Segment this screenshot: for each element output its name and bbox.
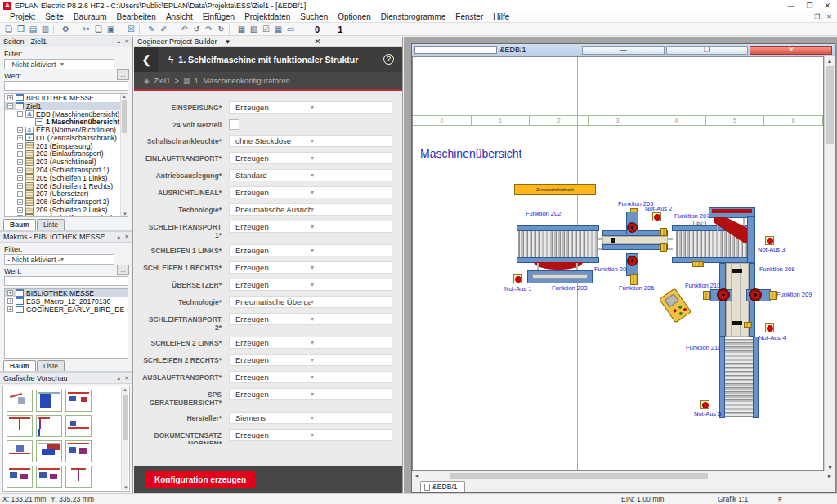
cut-icon[interactable]: ✂ — [80, 24, 92, 35]
expand-toggle-icon[interactable]: − — [7, 103, 13, 109]
tab-liste[interactable]: Liste — [37, 360, 65, 371]
drawing-canvas[interactable]: 0123456 Maschinenübersicht Zentralschalt… — [412, 56, 824, 471]
expand-toggle-icon[interactable]: + — [7, 298, 13, 304]
field-select[interactable]: Pneumatische Übergabe▾ — [229, 296, 392, 308]
menu-item[interactable]: Bauraum — [69, 12, 112, 21]
tree-item[interactable]: + BIBLIOTHEK MESSE — [5, 94, 128, 102]
child-restore-icon[interactable]: ❐ — [666, 46, 749, 55]
filter-select[interactable]: - Nicht aktiviert -▼ — [4, 59, 114, 69]
preview-thumbnail[interactable] — [65, 466, 92, 488]
field-select[interactable]: Erzeugen▾ — [229, 101, 392, 114]
restore-icon[interactable]: ❐ — [806, 2, 812, 10]
page-properties-icon[interactable]: ▤ — [27, 24, 39, 35]
copy-icon[interactable]: ❑ — [92, 24, 105, 35]
help-icon[interactable]: ? — [383, 54, 394, 65]
breadcrumb-page[interactable]: 1. Maschinenkonfiguratoren — [195, 76, 290, 85]
tree-item[interactable]: + BIBLIOTHEK MESSE — [5, 289, 128, 297]
mdi-close-icon[interactable]: ✕ — [826, 13, 832, 20]
tree-item[interactable]: + ESS_Macro_12_20170130 — [5, 297, 128, 306]
menu-item[interactable]: Optionen — [333, 12, 376, 21]
unglue-icon[interactable]: ✐ — [158, 24, 170, 35]
expand-toggle-icon[interactable]: + — [17, 207, 23, 213]
close-icon[interactable]: ✕ — [824, 2, 830, 10]
pin-icon[interactable]: ▴ — [118, 234, 121, 240]
preview-thumbnail[interactable] — [36, 466, 62, 488]
expand-toggle-icon[interactable]: − — [17, 111, 23, 117]
field-select[interactable]: Erzeugen▾ — [229, 337, 392, 349]
field-select[interactable]: Siemens▾ — [229, 412, 392, 424]
tab-baum[interactable]: Baum — [3, 360, 36, 371]
preview-thumbnail[interactable] — [36, 440, 62, 462]
field-select[interactable]: Erzeugen▾ — [229, 388, 392, 400]
redo-icon[interactable]: ↷ — [203, 24, 215, 35]
tree-item[interactable]: + 208 (Schleiftransport 2) — [5, 198, 128, 206]
expand-toggle-icon[interactable]: + — [17, 135, 23, 140]
panel-close-icon[interactable]: ✕ — [315, 38, 399, 46]
expand-toggle-icon[interactable]: + — [7, 290, 13, 296]
tree-scrollbar[interactable]: ▲▼ — [120, 94, 128, 216]
expand-toggle-icon[interactable]: + — [17, 183, 23, 189]
tree-item[interactable]: + 207 (Übersetzer) — [5, 190, 128, 198]
field-select[interactable]: Erzeugen▾ — [229, 371, 392, 383]
tab-liste[interactable]: Liste — [37, 219, 65, 230]
preview-thumbnail[interactable] — [7, 440, 33, 462]
print-icon[interactable]: ▥ — [39, 24, 51, 35]
field-select[interactable]: Erzeugen▾ — [229, 152, 392, 164]
scroll-left-icon[interactable]: ◄ — [412, 473, 422, 479]
monitor-icon[interactable]: ▭ — [284, 24, 297, 35]
wert-input[interactable] — [4, 81, 128, 91]
preview-scrollbar[interactable]: ▲▼ — [121, 387, 128, 490]
field-select[interactable]: Erzeugen▾ — [229, 221, 392, 233]
horizontal-scrollbar[interactable]: ◄ ► — [412, 471, 835, 480]
mdi-minimize-icon[interactable]: _ — [804, 13, 808, 20]
insert-window-macro-icon[interactable]: ▦ — [235, 24, 248, 35]
field-select[interactable]: Erzeugen▾ — [229, 279, 392, 291]
expand-toggle-icon[interactable]: + — [17, 167, 23, 173]
toolbar-number-0[interactable]: 0 — [315, 25, 320, 34]
hscroll-thumb[interactable] — [450, 473, 708, 479]
panel-close-icon[interactable]: ✕ — [124, 375, 129, 381]
mdi-restore-icon[interactable]: ❐ — [814, 13, 820, 20]
minimize-icon[interactable]: — — [787, 2, 794, 10]
tree-item[interactable]: + 203 (Ausrichtlineal) — [5, 158, 128, 166]
field-select[interactable]: Erzeugen▾ — [229, 313, 392, 325]
vertical-scrollbar[interactable]: ▲ ▼ — [824, 56, 835, 471]
create-configuration-button[interactable]: Konfiguration erzeugen — [145, 471, 255, 488]
child-close-icon[interactable]: ✕ — [750, 46, 832, 55]
wrench-icon[interactable]: ⚙ — [60, 24, 72, 35]
scroll-up-icon[interactable]: ▲ — [825, 56, 835, 65]
field-select[interactable]: Standard▾ — [229, 169, 392, 181]
paste-icon[interactable]: ▣ — [105, 24, 117, 35]
wert-input[interactable] — [4, 276, 128, 286]
expand-toggle-icon[interactable]: + — [17, 191, 23, 197]
tree-item[interactable]: + 201 (Einspeisung) — [5, 142, 128, 150]
preview-thumbnail[interactable] — [65, 390, 92, 412]
undo-icon[interactable]: ↶ — [178, 24, 190, 35]
expand-toggle-icon[interactable]: + — [7, 306, 13, 312]
scroll-down-icon[interactable]: ▼ — [827, 465, 833, 471]
tree-item[interactable]: + EEB (Normen/Richtlinien) — [5, 126, 128, 134]
preview-thumbnail[interactable] — [65, 415, 92, 437]
preview-thumbnail[interactable] — [7, 415, 33, 437]
toolbar-number-1[interactable]: 1 — [338, 25, 342, 34]
menu-item[interactable]: Hilfe — [488, 12, 514, 21]
menu-item[interactable]: Dienstprogramme — [376, 12, 450, 21]
field-select[interactable]: Erzeugen▾ — [229, 261, 392, 274]
panel-close-icon[interactable]: ✕ — [124, 38, 129, 45]
field-select[interactable]: Erzeugen▾ — [229, 244, 392, 256]
pin-icon[interactable]: ▴ — [118, 38, 121, 45]
expand-toggle-icon[interactable]: + — [17, 215, 23, 217]
filter-select[interactable]: - Nicht aktiviert -▼ — [4, 254, 114, 265]
menu-item[interactable]: Einfügen — [198, 12, 239, 21]
tree-item[interactable]: − EDB (Maschinenübersicht) — [5, 110, 128, 118]
menu-item[interactable]: Bearbeiten — [112, 12, 161, 21]
expand-toggle-icon[interactable]: + — [17, 127, 23, 133]
preview-thumbnail[interactable] — [36, 390, 62, 412]
expand-toggle-icon[interactable]: + — [17, 175, 23, 181]
field-select[interactable]: ohne Steckdose▾ — [229, 135, 392, 147]
drawing-window-titlebar[interactable]: &EDB/1 — ❐ ✕ — [412, 44, 835, 56]
child-minimize-icon[interactable]: — — [582, 46, 665, 55]
tree-item[interactable]: + 205 (Schleifen 1 Links) — [5, 174, 128, 182]
delete-icon[interactable]: ☒ — [125, 24, 137, 35]
menu-item[interactable]: Seite — [40, 12, 69, 21]
